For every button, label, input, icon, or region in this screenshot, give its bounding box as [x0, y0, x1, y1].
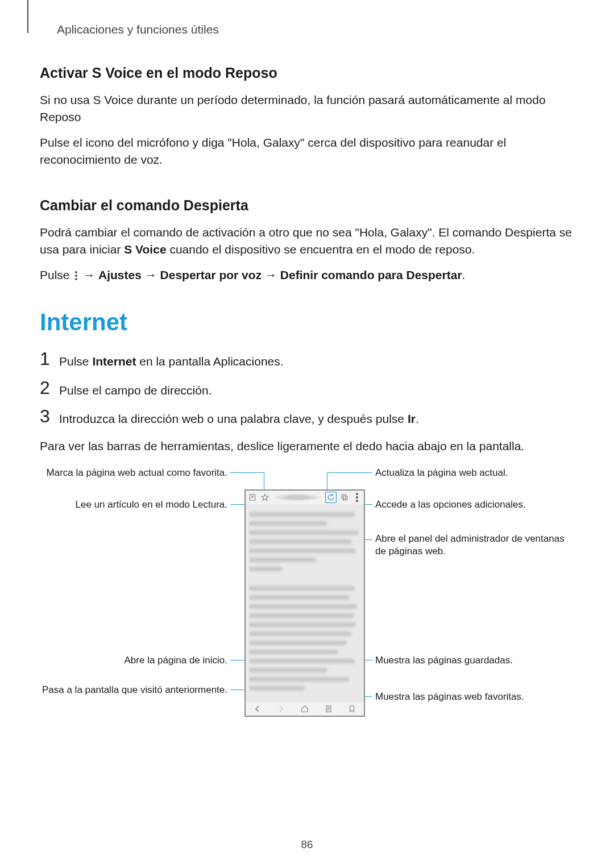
internet-heading: Internet: [40, 309, 574, 336]
forward-icon[interactable]: [276, 704, 285, 713]
text: Pulse: [40, 268, 73, 281]
home-icon[interactable]: [300, 704, 309, 713]
address-bar[interactable]: [273, 493, 322, 501]
label-saved: Muestra las páginas guardadas.: [375, 654, 571, 667]
step-text: Pulse Internet en la pantalla Aplicacion…: [59, 353, 284, 370]
margin-rule: [27, 0, 28, 33]
text: en la pantalla Aplicaciones.: [136, 355, 283, 368]
arrow: →: [262, 268, 280, 281]
saved-pages-icon[interactable]: [324, 704, 333, 713]
browser-top-toolbar: [246, 491, 364, 504]
label-windows: Abre el panel del administrador de venta…: [375, 533, 571, 558]
label-reader: Lee un artículo en el modo Lectura.: [40, 499, 227, 511]
text-bold: S Voice: [124, 243, 166, 256]
text-bold: Ajustes: [98, 268, 142, 281]
page-number: 86: [0, 838, 614, 851]
step-number: 3: [40, 407, 59, 425]
label-homepage: Abre la página de inicio.: [40, 654, 227, 667]
phone-mockup: [244, 489, 365, 717]
arrow: →: [80, 268, 98, 281]
back-icon[interactable]: [253, 704, 262, 713]
overflow-icon: [75, 270, 77, 281]
text: cuando el dispositivo se encuentra en el…: [167, 243, 475, 256]
text-bold: Despertar por voz: [160, 268, 262, 281]
text-bold: Ir: [408, 412, 416, 425]
refresh-icon[interactable]: [325, 492, 337, 503]
step-number: 2: [40, 379, 59, 397]
label-options: Accede a las opciones adicionales.: [375, 499, 571, 511]
bookmark-star-icon[interactable]: [260, 493, 269, 502]
section-header: Aplicaciones y funciones útiles: [57, 23, 574, 36]
page-content-placeholder: [249, 508, 360, 699]
browser-bottom-toolbar: [246, 702, 364, 716]
wake-command-p1: Podrá cambiar el comando de activación a…: [40, 224, 574, 259]
step-2: 2 Pulse el campo de dirección.: [40, 381, 574, 399]
internet-toolbar-tip: Para ver las barras de herramientas, des…: [40, 438, 574, 455]
bookmarks-icon[interactable]: [347, 704, 356, 713]
svoice-sleep-heading: Activar S Voice en el modo Reposo: [40, 65, 574, 81]
label-refresh: Actualiza la página web actual.: [375, 467, 571, 479]
svg-rect-5: [343, 496, 347, 500]
text-bold: Internet: [92, 355, 136, 368]
svg-rect-4: [342, 495, 346, 499]
connector: [230, 472, 264, 473]
step-3: 3 Introduzca la dirección web o una pala…: [40, 409, 574, 427]
text-bold: Definir comando para Despertar: [280, 268, 462, 281]
windows-icon[interactable]: [340, 493, 349, 502]
step-number: 1: [40, 350, 59, 368]
wake-command-heading: Cambiar el comando Despierta: [40, 197, 574, 214]
svoice-sleep-p1: Si no usa S Voice durante un período det…: [40, 92, 574, 126]
text: .: [462, 268, 466, 281]
overflow-menu-icon[interactable]: [352, 493, 362, 502]
step-text: Pulse el campo de dirección.: [59, 382, 211, 399]
label-favorites: Muestra las páginas web favoritas.: [375, 691, 571, 703]
label-bookmark: Marca la página web actual como favorita…: [40, 467, 227, 479]
browser-illustration: Marca la página web actual como favorita…: [40, 467, 574, 734]
wake-command-p2: Pulse → Ajustes → Despertar por voz → De…: [40, 267, 574, 284]
svoice-sleep-p2: Pulse el icono del micrófono y diga "Hol…: [40, 134, 574, 169]
text: Introduzca la dirección web o una palabr…: [59, 412, 408, 425]
step-text: Introduzca la dirección web o una palabr…: [59, 410, 419, 427]
step-1: 1 Pulse Internet en la pantalla Aplicaci…: [40, 352, 574, 370]
label-back: Pasa a la pantalla que visitó anteriorme…: [40, 684, 227, 696]
text: .: [416, 412, 419, 425]
svg-marker-3: [262, 494, 268, 500]
arrow: →: [142, 268, 160, 281]
reader-mode-icon[interactable]: [248, 493, 257, 502]
text: Pulse: [59, 355, 92, 368]
connector: [327, 472, 372, 473]
